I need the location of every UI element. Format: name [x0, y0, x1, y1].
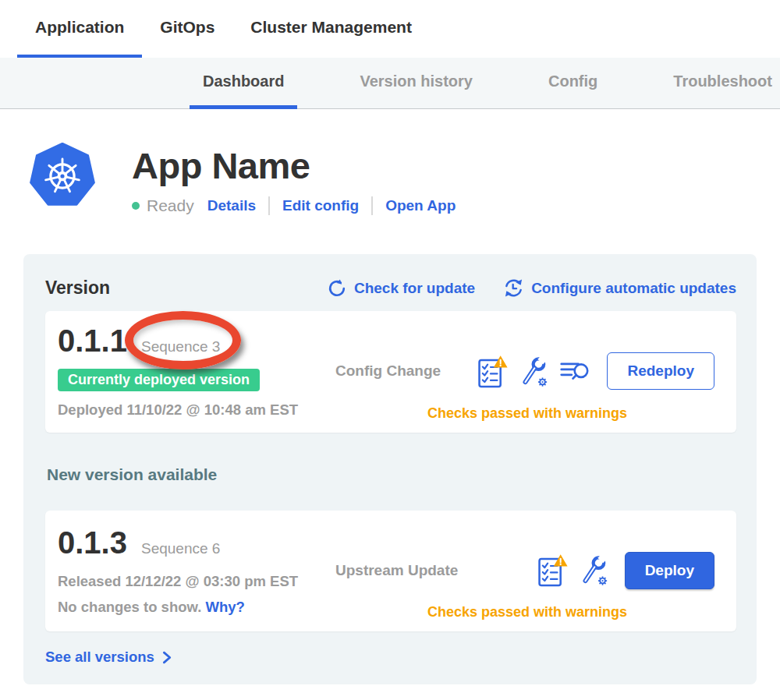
configure-automatic-updates-link[interactable]: Configure automatic updates — [503, 278, 736, 299]
version-panel-title: Version — [45, 278, 110, 299]
new-version-source: Upstream Update — [335, 562, 458, 579]
check-for-update-link[interactable]: Check for update — [327, 278, 475, 299]
deployed-timestamp: Deployed 11/10/22 @ 10:48 am EST — [58, 401, 335, 419]
current-version-number: 0.1.1 — [58, 323, 127, 359]
tab-troubleshoot[interactable]: Troubleshoot — [660, 58, 780, 109]
redeploy-button[interactable]: Redeploy — [607, 352, 714, 390]
new-version-number: 0.1.3 — [58, 525, 127, 560]
app-header: App Name Ready Details Edit config Open … — [30, 143, 780, 215]
app-status-row: Ready Details Edit config Open App — [132, 196, 456, 215]
check-for-update-label: Check for update — [354, 280, 475, 297]
configure-automatic-updates-label: Configure automatic updates — [531, 280, 736, 297]
tab-cluster-management[interactable]: Cluster Management — [232, 0, 430, 58]
view-files-icon[interactable] — [560, 359, 591, 384]
edit-config-link[interactable]: Edit config — [282, 197, 359, 214]
deploy-button[interactable]: Deploy — [625, 552, 714, 589]
config-wrench-icon[interactable] — [519, 355, 549, 388]
sub-nav: Dashboard Version history Config Trouble… — [0, 58, 780, 109]
tab-gitops[interactable]: GitOps — [142, 0, 232, 58]
current-version-card: 0.1.1 Sequence 3 Currently deployed vers… — [45, 311, 736, 433]
preflight-checks-icon[interactable] — [537, 553, 568, 588]
new-version-heading: New version available — [47, 465, 736, 484]
version-panel: Version Check for update Configure autom… — [23, 254, 757, 684]
see-all-versions-label: See all versions — [45, 649, 154, 666]
kubernetes-logo-icon — [30, 143, 95, 208]
current-version-sequence: Sequence 3 — [141, 338, 220, 355]
config-wrench-icon[interactable] — [579, 553, 609, 587]
auto-update-clock-icon — [503, 278, 524, 299]
status-text: Ready — [147, 196, 194, 215]
separator — [268, 196, 270, 215]
tab-application[interactable]: Application — [17, 0, 142, 58]
refresh-icon — [327, 278, 347, 299]
status-dot — [132, 202, 140, 210]
see-all-versions-link[interactable]: See all versions — [45, 649, 172, 666]
separator — [371, 196, 373, 215]
why-link[interactable]: Why? — [205, 599, 244, 615]
new-version-card: 0.1.3 Sequence 6 Released 12/12/22 @ 03:… — [45, 511, 736, 631]
currently-deployed-badge: Currently deployed version — [58, 369, 260, 391]
tab-dashboard[interactable]: Dashboard — [190, 58, 297, 109]
tab-version-history[interactable]: Version history — [346, 58, 486, 109]
checks-status: Checks passed with warnings — [334, 604, 721, 620]
details-link[interactable]: Details — [207, 197, 256, 214]
new-version-sequence: Sequence 6 — [141, 540, 220, 557]
current-version-source: Config Change — [335, 362, 441, 380]
released-timestamp: Released 12/12/22 @ 03:30 pm EST — [58, 573, 335, 590]
open-app-link[interactable]: Open App — [385, 197, 456, 214]
top-nav: Application GitOps Cluster Management — [0, 0, 780, 58]
chevron-right-icon — [161, 651, 172, 664]
diff-text: No changes to show. — [58, 599, 201, 615]
checks-status: Checks passed with warnings — [334, 405, 721, 422]
app-title: App Name — [132, 144, 456, 187]
tab-config[interactable]: Config — [535, 58, 611, 109]
preflight-checks-icon[interactable] — [477, 354, 508, 389]
